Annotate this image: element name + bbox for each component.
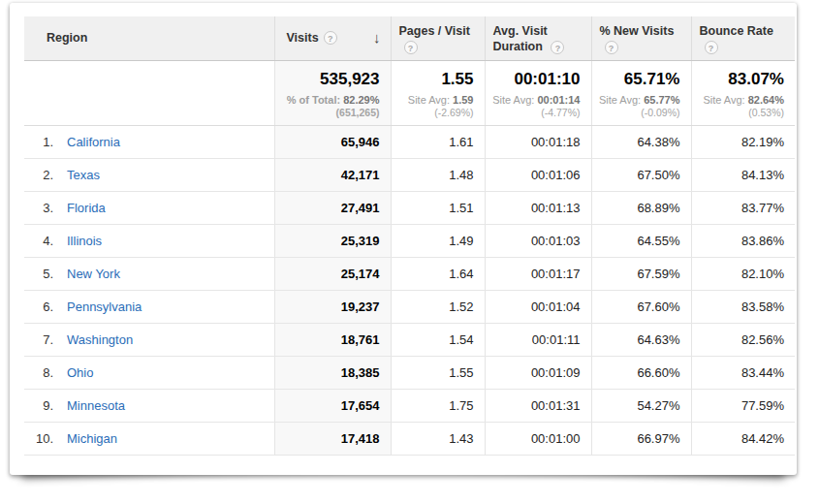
visits-cell: 17,654 xyxy=(274,389,391,422)
avg-visit-duration-cell: 00:01:03 xyxy=(485,224,591,257)
visits-cell: 18,385 xyxy=(274,356,391,389)
visits-cell: 25,174 xyxy=(274,257,391,290)
pct-new-visits-cell: 68.89% xyxy=(591,191,691,224)
summary-bounce-cell: 83.07% Site Avg: 82.64% (0.53%) xyxy=(691,60,795,125)
pct-new-visits-cell: 67.60% xyxy=(591,290,691,323)
region-link[interactable]: Minnesota xyxy=(67,398,125,413)
help-icon[interactable]: ? xyxy=(324,31,337,45)
table-row: 3. Florida 27,491 1.51 00:01:13 68.89% 8… xyxy=(24,191,795,224)
region-link[interactable]: Pennsylvania xyxy=(67,299,142,314)
summary-value: 00:01:10 xyxy=(488,70,581,89)
summary-sub-value: 82.29% xyxy=(343,94,379,106)
region-link[interactable]: Texas xyxy=(67,168,100,182)
region-cell: 2. Texas xyxy=(24,158,274,191)
region-cell: 3. Florida xyxy=(24,191,274,224)
pct-new-visits-cell: 64.55% xyxy=(591,224,691,257)
avg-visit-duration-cell: 00:01:11 xyxy=(485,323,591,356)
avg-visit-duration-cell: 00:01:18 xyxy=(485,125,591,158)
column-header-visits[interactable]: Visits? ↓ xyxy=(274,16,391,60)
bounce-rate-cell: 82.56% xyxy=(691,323,795,356)
avg-visit-duration-cell: 00:01:06 xyxy=(485,158,591,191)
bounce-rate-cell: 84.13% xyxy=(691,158,795,191)
avg-visit-duration-cell: 00:01:31 xyxy=(485,389,591,422)
avg-visit-duration-cell: 00:01:04 xyxy=(485,290,591,323)
region-cell: 8. Ohio xyxy=(24,356,274,389)
region-link[interactable]: Illinois xyxy=(67,234,102,248)
pct-new-visits-cell: 64.38% xyxy=(591,125,691,158)
region-cell: 9. Minnesota xyxy=(24,389,274,422)
region-link[interactable]: Ohio xyxy=(67,365,93,380)
region-link[interactable]: California xyxy=(67,135,120,149)
report-card: Region Visits? ↓ Pages / Visit ? xyxy=(10,3,797,475)
summary-sub-value: 65.77% xyxy=(644,94,679,106)
row-rank: 4. xyxy=(25,234,53,248)
column-label: Visits xyxy=(287,30,319,46)
pages-per-visit-cell: 1.64 xyxy=(391,257,485,290)
pct-new-visits-cell: 66.97% xyxy=(591,422,691,455)
summary-value: 65.71% xyxy=(594,70,680,89)
region-cell: 4. Illinois xyxy=(24,224,274,257)
summary-sub-label: Site Avg: xyxy=(703,94,747,106)
visits-cell: 25,319 xyxy=(274,224,391,257)
region-link[interactable]: Washington xyxy=(67,332,133,347)
pages-per-visit-cell: 1.61 xyxy=(391,125,485,158)
table-header: Region Visits? ↓ Pages / Visit ? xyxy=(24,16,795,60)
column-header-avg-visit-duration[interactable]: Avg. Visit Duration ? xyxy=(485,16,591,60)
region-link[interactable]: Michigan xyxy=(67,431,117,446)
row-rank: 10. xyxy=(25,431,53,446)
bounce-rate-cell: 83.44% xyxy=(691,356,795,389)
summary-sub-label: Site Avg: xyxy=(492,94,537,106)
regions-table-wrap: Region Visits? ↓ Pages / Visit ? xyxy=(24,16,795,456)
help-icon[interactable]: ? xyxy=(551,41,564,54)
column-label: Region xyxy=(47,31,87,45)
row-rank: 9. xyxy=(25,398,53,413)
summary-region-cell xyxy=(24,60,274,125)
summary-paren: (-0.09%) xyxy=(594,107,680,119)
pages-per-visit-cell: 1.75 xyxy=(391,389,485,422)
summary-sub-value: 82.64% xyxy=(748,94,784,106)
region-link[interactable]: Florida xyxy=(67,201,106,215)
table-body: 1. California 65,946 1.61 00:01:18 64.38… xyxy=(24,125,795,455)
visits-cell: 27,491 xyxy=(274,191,391,224)
table-row: 9. Minnesota 17,654 1.75 00:01:31 54.27%… xyxy=(24,389,795,422)
summary-sub-label: % of Total: xyxy=(287,94,343,106)
row-rank: 8. xyxy=(25,365,53,380)
summary-new-visits-cell: 65.71% Site Avg: 65.77% (-0.09%) xyxy=(591,60,691,125)
column-header-pct-new-visits[interactable]: % New Visits ? xyxy=(591,16,691,60)
help-icon[interactable]: ? xyxy=(605,41,618,54)
row-rank: 5. xyxy=(25,267,53,281)
avg-visit-duration-cell: 00:01:17 xyxy=(485,257,591,290)
summary-value: 535,923 xyxy=(277,70,380,89)
table-row: 6. Pennsylvania 19,237 1.52 00:01:04 67.… xyxy=(24,290,795,323)
summary-sub-label: Site Avg: xyxy=(408,94,453,106)
summary-value: 1.55 xyxy=(394,70,474,89)
avg-visit-duration-cell: 00:01:00 xyxy=(485,422,591,455)
row-rank: 2. xyxy=(25,168,53,182)
summary-body: 535,923 % of Total: 82.29% (651,265) 1.5… xyxy=(24,60,795,125)
column-header-bounce-rate[interactable]: Bounce Rate ? xyxy=(691,16,795,60)
column-header-region[interactable]: Region xyxy=(24,16,274,60)
column-header-pages-per-visit[interactable]: Pages / Visit ? xyxy=(391,16,485,60)
help-icon[interactable]: ? xyxy=(404,41,418,54)
region-cell: 6. Pennsylvania xyxy=(24,290,274,323)
summary-paren: (0.53%) xyxy=(694,107,785,119)
summary-sub-label: Site Avg: xyxy=(599,94,644,106)
table-row: 7. Washington 18,761 1.54 00:01:11 64.63… xyxy=(24,323,795,356)
pct-new-visits-cell: 54.27% xyxy=(591,389,691,422)
pct-new-visits-cell: 67.50% xyxy=(591,158,691,191)
region-link[interactable]: New York xyxy=(67,267,120,281)
column-label: % New Visits xyxy=(600,24,675,38)
table-row: 4. Illinois 25,319 1.49 00:01:03 64.55% … xyxy=(24,224,795,257)
summary-pages-cell: 1.55 Site Avg: 1.59 (-2.69%) xyxy=(391,60,485,125)
column-label: Avg. Visit Duration xyxy=(493,24,548,53)
regions-table: Region Visits? ↓ Pages / Visit ? xyxy=(24,16,795,456)
row-rank: 1. xyxy=(25,135,53,149)
visits-cell: 19,237 xyxy=(274,290,391,323)
visits-cell: 17,418 xyxy=(274,422,391,455)
pages-per-visit-cell: 1.48 xyxy=(391,158,485,191)
summary-visits-cell: 535,923 % of Total: 82.29% (651,265) xyxy=(274,60,391,125)
help-icon[interactable]: ? xyxy=(705,41,718,54)
pct-new-visits-cell: 66.60% xyxy=(591,356,691,389)
summary-value: 83.07% xyxy=(694,70,785,89)
bounce-rate-cell: 82.10% xyxy=(691,257,795,290)
